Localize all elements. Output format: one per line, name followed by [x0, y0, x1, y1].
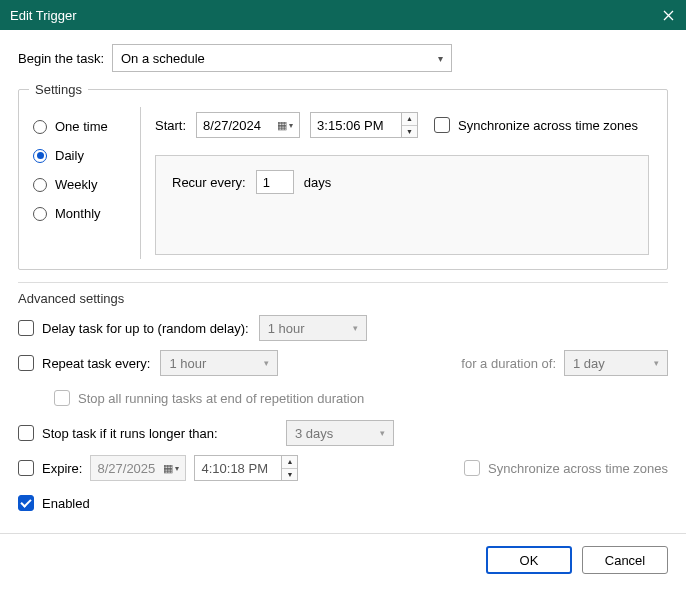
stop-long-label: Stop task if it runs longer than: — [42, 426, 286, 441]
duration-value-select[interactable]: 1 day▾ — [564, 350, 668, 376]
stop-long-value-select[interactable]: 3 days▾ — [286, 420, 394, 446]
repeat-label: Repeat task every: — [42, 356, 150, 371]
window-title: Edit Trigger — [10, 8, 76, 23]
chevron-down-icon: ▾ — [380, 428, 385, 438]
expire-sync-tz-label: Synchronize across time zones — [488, 461, 668, 476]
schedule-radio-group: One time Daily Weekly Monthly — [29, 107, 141, 259]
chevron-down-icon: ▼ — [282, 469, 297, 481]
calendar-icon[interactable]: ▦▾ — [163, 462, 179, 475]
start-time-spinner[interactable]: ▲▼ — [402, 112, 418, 138]
stop-all-checkbox — [54, 390, 70, 406]
recur-label: Recur every: — [172, 175, 246, 190]
chevron-down-icon: ▾ — [654, 358, 659, 368]
expire-date-input[interactable]: 8/27/2025 ▦▾ — [90, 455, 186, 481]
footer: OK Cancel — [0, 533, 686, 586]
chevron-down-icon: ▾ — [264, 358, 269, 368]
chevron-down-icon: ▾ — [353, 323, 358, 333]
close-icon[interactable] — [660, 7, 676, 23]
stop-long-checkbox[interactable] — [18, 425, 34, 441]
sync-tz-label: Synchronize across time zones — [458, 118, 638, 133]
begin-task-label: Begin the task: — [18, 51, 104, 66]
repeat-checkbox[interactable] — [18, 355, 34, 371]
expire-sync-tz-checkbox — [464, 460, 480, 476]
chevron-up-icon: ▲ — [402, 113, 417, 126]
begin-task-select[interactable]: On a schedule ▾ — [112, 44, 452, 72]
stop-all-label: Stop all running tasks at end of repetit… — [78, 391, 364, 406]
calendar-icon[interactable]: ▦▾ — [277, 119, 293, 132]
recur-unit: days — [304, 175, 331, 190]
cancel-button[interactable]: Cancel — [582, 546, 668, 574]
expire-checkbox[interactable] — [18, 460, 34, 476]
delay-label: Delay task for up to (random delay): — [42, 321, 249, 336]
enabled-checkbox[interactable] — [18, 495, 34, 511]
expire-label: Expire: — [42, 461, 82, 476]
radio-one-time[interactable]: One time — [33, 119, 136, 134]
expire-time-input[interactable]: 4:10:18 PM — [194, 455, 282, 481]
titlebar: Edit Trigger — [0, 0, 686, 30]
start-label: Start: — [155, 118, 186, 133]
chevron-down-icon: ▾ — [438, 53, 443, 64]
repeat-value-select[interactable]: 1 hour▾ — [160, 350, 278, 376]
divider — [18, 282, 668, 283]
settings-fieldset: Settings One time Daily Weekly Monthly S… — [18, 82, 668, 270]
start-date-input[interactable]: 8/27/2024 ▦▾ — [196, 112, 300, 138]
delay-value-select[interactable]: 1 hour▾ — [259, 315, 367, 341]
recur-value-input[interactable]: 1 — [256, 170, 294, 194]
radio-monthly[interactable]: Monthly — [33, 206, 136, 221]
settings-legend: Settings — [29, 82, 88, 97]
recur-panel: Recur every: 1 days — [155, 155, 649, 255]
advanced-legend: Advanced settings — [18, 291, 668, 306]
chevron-down-icon: ▼ — [402, 126, 417, 138]
duration-label: for a duration of: — [461, 356, 556, 371]
expire-time-spinner[interactable]: ▲▼ — [282, 455, 298, 481]
begin-task-value: On a schedule — [121, 51, 205, 66]
ok-button[interactable]: OK — [486, 546, 572, 574]
enabled-label: Enabled — [42, 496, 90, 511]
radio-daily[interactable]: Daily — [33, 148, 136, 163]
start-time-input[interactable]: 3:15:06 PM — [310, 112, 402, 138]
chevron-up-icon: ▲ — [282, 456, 297, 469]
radio-weekly[interactable]: Weekly — [33, 177, 136, 192]
delay-checkbox[interactable] — [18, 320, 34, 336]
sync-tz-checkbox[interactable] — [434, 117, 450, 133]
